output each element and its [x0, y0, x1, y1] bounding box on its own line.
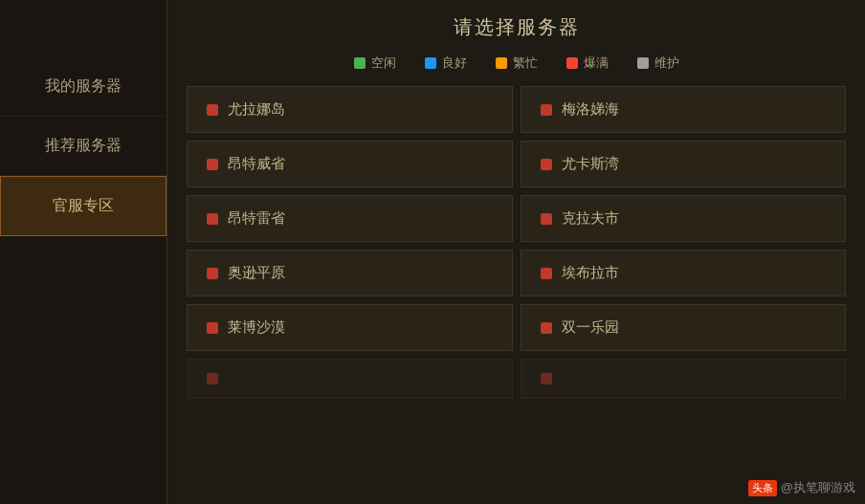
server-status-dot: [207, 373, 218, 384]
server-status-dot: [541, 373, 552, 384]
server-item[interactable]: 昂特威省: [187, 141, 513, 187]
legend-item: 爆满: [566, 55, 609, 72]
server-name: 双一乐园: [562, 318, 619, 337]
server-item[interactable]: 埃布拉市: [521, 250, 847, 296]
legend-label: 繁忙: [513, 55, 538, 72]
server-name: 梅洛娣海: [562, 100, 619, 119]
page-title: 请选择服务器: [187, 14, 846, 40]
server-name: 克拉夫市: [562, 209, 619, 228]
sidebar-item-my-server[interactable]: 我的服务器: [0, 57, 166, 117]
server-item[interactable]: 克拉夫市: [521, 195, 847, 242]
server-item[interactable]: [187, 359, 513, 399]
server-name: 尤拉娜岛: [228, 100, 285, 119]
legend-dot: [496, 57, 507, 69]
server-name: 尤卡斯湾: [562, 155, 619, 173]
server-status-dot: [207, 213, 218, 225]
watermark-platform: 头条: [748, 480, 777, 496]
server-name: 昂特威省: [228, 155, 285, 173]
server-status-dot: [541, 268, 552, 279]
legend-label: 空闲: [371, 55, 396, 72]
watermark-text: @执笔聊游戏: [781, 479, 855, 496]
server-status-dot: [541, 322, 552, 334]
server-name: 埃布拉市: [562, 264, 619, 282]
server-item[interactable]: 尤卡斯湾: [521, 141, 847, 187]
server-name: 昂特雷省: [228, 209, 285, 228]
server-item[interactable]: 莱博沙漠: [187, 304, 513, 351]
server-grid: 尤拉娜岛 梅洛娣海 昂特威省 尤卡斯湾 昂特雷省 克拉夫市 奥逊平原: [187, 86, 846, 399]
sidebar: 我的服务器 推荐服务器 官服专区: [0, 0, 167, 504]
legend-item: 繁忙: [496, 55, 538, 72]
legend-label: 爆满: [584, 55, 609, 72]
server-item[interactable]: [521, 359, 847, 399]
legend-item: 良好: [425, 55, 467, 72]
server-status-dot: [207, 104, 218, 116]
legend-label: 良好: [442, 55, 467, 72]
legend-dot: [637, 57, 649, 69]
server-item[interactable]: 梅洛娣海: [521, 86, 847, 133]
legend-label: 维护: [654, 55, 679, 72]
server-status-dot: [541, 213, 552, 225]
server-item[interactable]: 尤拉娜岛: [187, 86, 513, 133]
server-item[interactable]: 奥逊平原: [187, 250, 513, 296]
server-item[interactable]: 昂特雷省: [187, 195, 513, 242]
server-name: 莱博沙漠: [228, 318, 285, 337]
legend: 空闲 良好 繁忙 爆满 维护: [187, 55, 846, 72]
watermark: 头条 @执笔聊游戏: [748, 479, 855, 496]
legend-dot: [566, 57, 578, 69]
server-item[interactable]: 双一乐园: [521, 304, 847, 351]
legend-dot: [354, 57, 366, 69]
server-status-dot: [207, 159, 218, 170]
legend-item: 空闲: [354, 55, 396, 72]
sidebar-item-recommended[interactable]: 推荐服务器: [0, 117, 166, 176]
main-container: 我的服务器 推荐服务器 官服专区 请选择服务器 空闲 良好 繁忙 爆满 维护: [0, 0, 865, 504]
server-status-dot: [541, 159, 552, 170]
legend-dot: [425, 57, 436, 69]
sidebar-item-official[interactable]: 官服专区: [0, 176, 166, 236]
server-status-dot: [207, 322, 218, 334]
server-name: 奥逊平原: [228, 264, 285, 282]
legend-item: 维护: [637, 55, 679, 72]
server-status-dot: [541, 104, 552, 116]
server-status-dot: [207, 268, 218, 279]
content-area: 请选择服务器 空闲 良好 繁忙 爆满 维护 尤拉娜岛 梅洛娣海: [167, 0, 865, 504]
